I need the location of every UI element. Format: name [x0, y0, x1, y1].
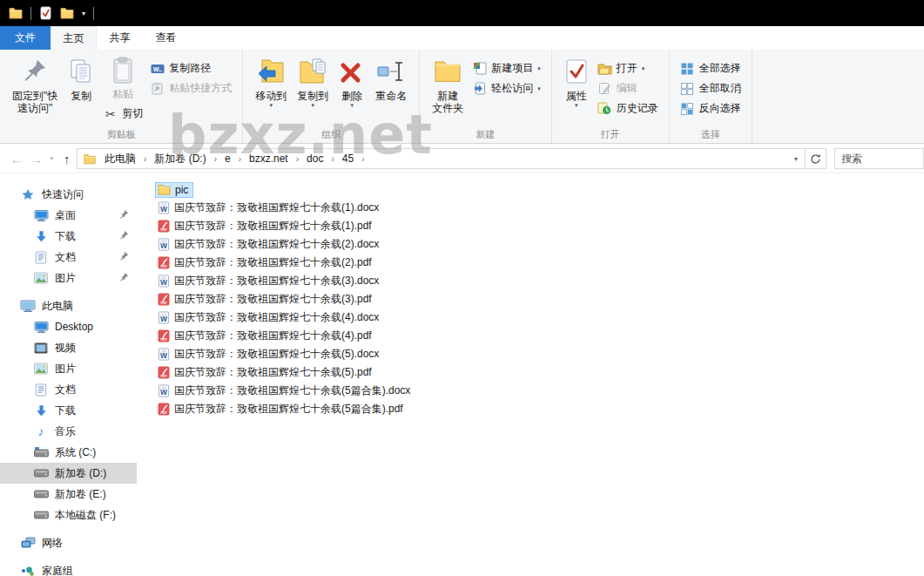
sidebar-item[interactable]: 视频: [0, 337, 137, 358]
tab-share[interactable]: 共享: [97, 26, 143, 50]
sidebar-section-quick-access[interactable]: 快速访问: [0, 184, 137, 205]
file-item[interactable]: PDF国庆节致辞：致敬祖国辉煌七十余载(5篇合集).pdf: [155, 400, 408, 418]
file-row: W国庆节致辞：致敬祖国辉煌七十余载(5).docx: [155, 345, 924, 363]
ribbon: 固定到"快速访问"复制粘贴✂剪切W..复制路径粘贴快捷方式剪贴板移动到▾复制到▾…: [0, 50, 924, 144]
sidebar-item[interactable]: ♪音乐: [0, 421, 137, 442]
ribbon-new-folder-button[interactable]: 新建文件夹: [427, 52, 469, 117]
ribbon-select-all-button[interactable]: 全部选择: [677, 59, 745, 78]
ribbon-delete-button[interactable]: 删除▾: [334, 52, 370, 111]
ribbon-history-button[interactable]: 历史记录: [594, 99, 662, 118]
breadcrumb-item[interactable]: e: [218, 152, 238, 165]
sidebar-item-label: 下载: [55, 403, 76, 418]
file-item[interactable]: PDF国庆节致辞：致敬祖国辉煌七十余载(4).pdf: [155, 327, 377, 345]
ribbon-paste-shortcut-button[interactable]: 粘贴快捷方式: [146, 79, 235, 98]
sidebar-item[interactable]: 新加卷 (E:): [0, 484, 137, 505]
breadcrumb-item[interactable]: 此电脑: [98, 152, 143, 166]
sidebar-item[interactable]: 图片: [0, 358, 137, 379]
button-label: 移动到: [255, 90, 287, 102]
ribbon-easy-access-button[interactable]: 轻松访问▾: [469, 79, 544, 98]
ribbon-move-to-button[interactable]: 移动到▾: [250, 52, 292, 111]
sidebar-item[interactable]: 下载: [0, 400, 137, 421]
recent-locations-chevron-icon[interactable]: ▾: [46, 155, 57, 162]
tab-view[interactable]: 查看: [143, 26, 189, 50]
sidebar-item[interactable]: 文档: [0, 379, 137, 400]
file-item[interactable]: PDF国庆节致辞：致敬祖国辉煌七十余载(5).pdf: [155, 363, 377, 382]
ribbon-rename-button[interactable]: 重命名: [370, 52, 412, 105]
ribbon-copy-to-button[interactable]: 复制到▾: [292, 52, 334, 111]
file-row: PDF国庆节致辞：致敬祖国辉煌七十余载(1).pdf: [155, 217, 924, 235]
ribbon-select-none-button[interactable]: 全部取消: [677, 79, 745, 98]
button-label: 全部取消: [699, 81, 741, 96]
button-label: 复制到: [297, 90, 328, 102]
button-label: 固定到"快速访问": [12, 90, 57, 114]
new-folder-icon: [433, 55, 462, 88]
sidebar-section-this-pc[interactable]: 此电脑: [0, 295, 137, 316]
sidebar-item[interactable]: 下载: [0, 226, 137, 247]
breadcrumb-separator-icon[interactable]: ›: [361, 154, 365, 164]
qat-chevron-down-icon[interactable]: ▾: [82, 10, 85, 17]
file-name: 国庆节致辞：致敬祖国辉煌七十余载(5篇合集).docx: [174, 383, 410, 398]
ribbon-new-item-button[interactable]: 新建项目▾: [469, 59, 544, 78]
breadcrumb-item[interactable]: doc: [300, 152, 330, 165]
sidebar-item[interactable]: 本地磁盘 (F:): [0, 505, 137, 525]
tab-home[interactable]: 主页: [51, 26, 97, 50]
file-item[interactable]: W国庆节致辞：致敬祖国辉煌七十余载(5篇合集).docx: [155, 382, 415, 400]
breadcrumb-item[interactable]: 45: [335, 152, 361, 165]
breadcrumb-item[interactable]: 新加卷 (D:): [147, 152, 212, 166]
sidebar-item[interactable]: 系统 (C:): [0, 442, 137, 463]
tab-file[interactable]: 文件: [0, 26, 51, 50]
ribbon-properties-button[interactable]: 属性▾: [559, 52, 594, 111]
up-button[interactable]: ↑: [57, 152, 77, 166]
ribbon-pin-to-quick-access-button[interactable]: 固定到"快速访问": [7, 52, 63, 117]
refresh-button[interactable]: [806, 148, 826, 169]
breadcrumb-item[interactable]: bzxz.net: [242, 152, 295, 165]
word-file-icon: W: [158, 238, 170, 251]
sidebar-item-label: 图片: [55, 271, 76, 286]
ribbon-tab-row: 文件 主页共享查看: [0, 26, 924, 50]
sidebar-section-homegroup[interactable]: 家庭组: [0, 560, 137, 576]
quick-access-folder-icon[interactable]: [9, 4, 23, 22]
search-input[interactable]: 搜索: [834, 148, 924, 169]
pin-icon: [119, 230, 129, 242]
open-icon: [597, 63, 612, 75]
address-dropdown-chevron-icon[interactable]: ▾: [787, 155, 805, 163]
ribbon-edit-button[interactable]: 编辑: [594, 79, 662, 98]
file-row: PDF国庆节致辞：致敬祖国辉煌七十余载(2).pdf: [155, 254, 924, 272]
sidebar-item[interactable]: Desktop: [0, 316, 137, 337]
address-bar[interactable]: 此电脑›新加卷 (D:)›e›bzxz.net›doc›45› ▾: [77, 148, 806, 169]
address-folder-icon: [82, 153, 98, 165]
sidebar-item[interactable]: 文档: [0, 247, 137, 268]
folder-item[interactable]: pic: [155, 182, 193, 198]
sidebar-section-network[interactable]: 网络: [0, 532, 137, 553]
file-item[interactable]: PDF国庆节致辞：致敬祖国辉煌七十余载(2).pdf: [155, 254, 377, 272]
sidebar-item-label: 系统 (C:): [55, 445, 96, 460]
folder-icon: [158, 184, 171, 195]
file-item[interactable]: W国庆节致辞：致敬祖国辉煌七十余载(5).docx: [155, 345, 384, 363]
sidebar-item[interactable]: 图片: [0, 268, 137, 288]
ribbon-cut-button[interactable]: ✂剪切: [99, 105, 146, 123]
ribbon-open-button[interactable]: 打开▾: [594, 59, 662, 78]
sidebar-item[interactable]: 新加卷 (D:): [0, 463, 137, 484]
file-item[interactable]: PDF国庆节致辞：致敬祖国辉煌七十余载(1).pdf: [155, 217, 377, 235]
file-item[interactable]: W国庆节致辞：致敬祖国辉煌七十余载(3).docx: [155, 272, 384, 290]
file-row: pic: [155, 180, 924, 199]
forward-button[interactable]: →: [26, 152, 45, 166]
file-item[interactable]: W国庆节致辞：致敬祖国辉煌七十余载(1).docx: [155, 199, 384, 217]
ribbon-invert-selection-button[interactable]: 反向选择: [677, 99, 745, 118]
properties-icon[interactable]: [39, 4, 52, 22]
sidebar-item-label: 桌面: [55, 208, 76, 223]
sidebar-item-label: 文档: [55, 383, 76, 397]
ribbon-paste-button[interactable]: 粘贴: [99, 52, 146, 103]
file-item[interactable]: PDF国庆节致辞：致敬祖国辉煌七十余载(3).pdf: [155, 290, 377, 308]
file-item[interactable]: W国庆节致辞：致敬祖国辉煌七十余载(2).docx: [155, 235, 384, 254]
ribbon-copy-path-button[interactable]: W..复制路径: [146, 59, 235, 78]
back-button[interactable]: ←: [7, 152, 26, 166]
sidebar-item[interactable]: 桌面: [0, 205, 137, 226]
folder-icon[interactable]: [60, 4, 74, 22]
network-icon: [20, 537, 36, 549]
ribbon-copy-button[interactable]: 复制: [63, 52, 99, 105]
word-file-icon: W: [158, 348, 170, 361]
file-item[interactable]: W国庆节致辞：致敬祖国辉煌七十余载(4).docx: [155, 308, 384, 327]
pin-icon: [119, 251, 129, 263]
word-file-icon: W: [158, 274, 170, 288]
